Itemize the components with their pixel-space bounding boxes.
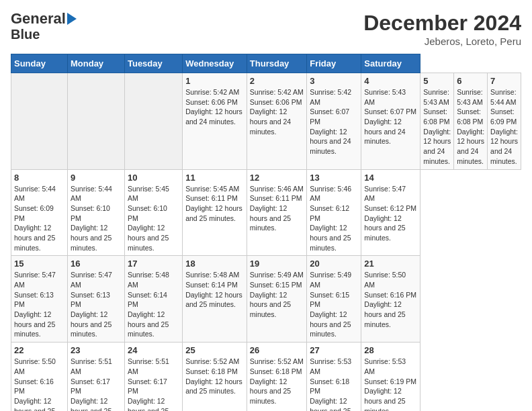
day-info: Sunrise: 5:50 AMSunset: 6:16 PMDaylight:… (14, 357, 56, 411)
calendar-cell: 28 Sunrise: 5:53 AMSunset: 6:19 PMDaylig… (361, 342, 420, 411)
day-number: 25 (185, 345, 244, 355)
calendar-cell: 24 Sunrise: 5:51 AMSunset: 6:17 PMDaylig… (124, 342, 182, 411)
calendar-cell: 26 Sunrise: 5:52 AMSunset: 6:18 PMDaylig… (247, 342, 306, 411)
calendar-cell: 18 Sunrise: 5:48 AMSunset: 6:14 PMDaylig… (183, 256, 247, 342)
day-info: Sunrise: 5:46 AMSunset: 6:11 PMDaylight:… (250, 185, 304, 232)
day-info: Sunrise: 5:47 AMSunset: 6:13 PMDaylight:… (14, 271, 56, 338)
calendar-cell: 12 Sunrise: 5:46 AMSunset: 6:11 PMDaylig… (247, 169, 306, 256)
day-info: Sunrise: 5:51 AMSunset: 6:17 PMDaylight:… (71, 357, 112, 411)
day-info: Sunrise: 5:43 AMSunset: 6:07 PMDaylight:… (364, 88, 416, 145)
day-number: 13 (310, 173, 358, 183)
day-info: Sunrise: 5:44 AMSunset: 6:10 PMDaylight:… (71, 185, 112, 252)
calendar-cell: 4 Sunrise: 5:43 AMSunset: 6:07 PMDayligh… (361, 73, 420, 170)
day-header-friday: Friday (307, 54, 361, 73)
calendar-cell: 7 Sunrise: 5:44 AMSunset: 6:09 PMDayligh… (488, 73, 521, 170)
calendar-cell: 17 Sunrise: 5:48 AMSunset: 6:14 PMDaylig… (124, 256, 182, 342)
day-number: 16 (71, 259, 122, 269)
calendar-week-row: 1 Sunrise: 5:42 AMSunset: 6:06 PMDayligh… (11, 73, 521, 170)
day-info: Sunrise: 5:43 AMSunset: 6:08 PMDaylight:… (457, 88, 484, 165)
day-info: Sunrise: 5:52 AMSunset: 6:18 PMDaylight:… (250, 357, 304, 405)
calendar-cell: 14 Sunrise: 5:47 AMSunset: 6:12 PMDaylig… (361, 169, 420, 256)
day-info: Sunrise: 5:52 AMSunset: 6:18 PMDaylight:… (185, 357, 242, 395)
day-number: 1 (185, 76, 244, 86)
calendar-cell: 25 Sunrise: 5:52 AMSunset: 6:18 PMDaylig… (183, 342, 247, 411)
day-info: Sunrise: 5:49 AMSunset: 6:15 PMDaylight:… (250, 271, 304, 318)
day-header-thursday: Thursday (247, 54, 306, 73)
day-number: 8 (14, 173, 64, 183)
title-area: December 2024 Jeberos, Loreto, Peru (363, 11, 521, 47)
day-number: 19 (250, 259, 304, 269)
day-number: 11 (185, 173, 244, 183)
location-subtitle: Jeberos, Loreto, Peru (363, 36, 521, 47)
day-info: Sunrise: 5:49 AMSunset: 6:15 PMDaylight:… (310, 271, 351, 338)
calendar-cell: 9 Sunrise: 5:44 AMSunset: 6:10 PMDayligh… (67, 169, 124, 256)
logo-arrow-icon (67, 13, 77, 25)
day-number: 18 (185, 259, 244, 269)
day-info: Sunrise: 5:43 AMSunset: 6:08 PMDaylight:… (423, 88, 451, 165)
calendar-cell: 8 Sunrise: 5:44 AMSunset: 6:09 PMDayligh… (11, 169, 68, 256)
calendar-cell: 15 Sunrise: 5:47 AMSunset: 6:13 PMDaylig… (11, 256, 68, 342)
calendar-cell (124, 73, 182, 170)
day-info: Sunrise: 5:45 AMSunset: 6:10 PMDaylight:… (128, 185, 169, 252)
day-number: 20 (310, 259, 358, 269)
day-number: 27 (310, 345, 358, 355)
day-info: Sunrise: 5:42 AMSunset: 6:07 PMDaylight:… (310, 88, 351, 155)
day-info: Sunrise: 5:46 AMSunset: 6:12 PMDaylight:… (310, 185, 351, 252)
day-header-wednesday: Wednesday (183, 54, 247, 73)
calendar-header-row: SundayMondayTuesdayWednesdayThursdayFrid… (11, 54, 521, 73)
day-info: Sunrise: 5:50 AMSunset: 6:16 PMDaylight:… (364, 271, 416, 328)
calendar-cell (67, 73, 124, 170)
day-number: 4 (364, 76, 417, 86)
day-number: 21 (364, 259, 417, 269)
day-info: Sunrise: 5:42 AMSunset: 6:06 PMDaylight:… (185, 88, 242, 126)
calendar-week-row: 22 Sunrise: 5:50 AMSunset: 6:16 PMDaylig… (11, 342, 521, 411)
day-info: Sunrise: 5:48 AMSunset: 6:14 PMDaylight:… (185, 271, 242, 308)
day-number: 3 (310, 76, 358, 86)
day-number: 2 (250, 76, 304, 86)
calendar-cell: 13 Sunrise: 5:46 AMSunset: 6:12 PMDaylig… (307, 169, 361, 256)
day-number: 14 (364, 173, 417, 183)
calendar-table: SundayMondayTuesdayWednesdayThursdayFrid… (11, 54, 521, 411)
logo-text-blue: Blue (11, 27, 40, 42)
logo: General Blue (11, 11, 77, 42)
calendar-week-row: 15 Sunrise: 5:47 AMSunset: 6:13 PMDaylig… (11, 256, 521, 342)
day-number: 26 (250, 345, 304, 355)
day-info: Sunrise: 5:53 AMSunset: 6:19 PMDaylight:… (364, 357, 416, 411)
day-info: Sunrise: 5:51 AMSunset: 6:17 PMDaylight:… (128, 357, 169, 411)
header: General Blue December 2024 Jeberos, Lore… (11, 11, 521, 47)
day-number: 7 (490, 76, 518, 86)
day-number: 22 (14, 345, 64, 355)
day-header-tuesday: Tuesday (124, 54, 182, 73)
day-info: Sunrise: 5:44 AMSunset: 6:09 PMDaylight:… (490, 88, 518, 165)
day-number: 28 (364, 345, 417, 355)
calendar-cell: 22 Sunrise: 5:50 AMSunset: 6:16 PMDaylig… (11, 342, 68, 411)
day-number: 24 (128, 345, 179, 355)
calendar-cell: 11 Sunrise: 5:45 AMSunset: 6:11 PMDaylig… (183, 169, 247, 256)
day-number: 5 (423, 76, 451, 86)
calendar-week-row: 8 Sunrise: 5:44 AMSunset: 6:09 PMDayligh… (11, 169, 521, 256)
day-number: 23 (71, 345, 122, 355)
calendar-cell: 2 Sunrise: 5:42 AMSunset: 6:06 PMDayligh… (247, 73, 306, 170)
calendar-cell: 16 Sunrise: 5:47 AMSunset: 6:13 PMDaylig… (67, 256, 124, 342)
day-info: Sunrise: 5:48 AMSunset: 6:14 PMDaylight:… (128, 271, 169, 338)
day-header-saturday: Saturday (361, 54, 420, 73)
day-number: 15 (14, 259, 64, 269)
day-info: Sunrise: 5:44 AMSunset: 6:09 PMDaylight:… (14, 185, 56, 252)
calendar-cell: 5 Sunrise: 5:43 AMSunset: 6:08 PMDayligh… (420, 73, 454, 170)
calendar-cell: 27 Sunrise: 5:53 AMSunset: 6:18 PMDaylig… (307, 342, 361, 411)
day-number: 12 (250, 173, 304, 183)
month-year-title: December 2024 (363, 11, 521, 36)
calendar-cell: 21 Sunrise: 5:50 AMSunset: 6:16 PMDaylig… (361, 256, 420, 342)
day-number: 10 (128, 173, 179, 183)
day-info: Sunrise: 5:45 AMSunset: 6:11 PMDaylight:… (185, 185, 242, 222)
calendar-cell: 23 Sunrise: 5:51 AMSunset: 6:17 PMDaylig… (67, 342, 124, 411)
day-info: Sunrise: 5:47 AMSunset: 6:12 PMDaylight:… (364, 185, 416, 242)
calendar-cell: 1 Sunrise: 5:42 AMSunset: 6:06 PMDayligh… (183, 73, 247, 170)
calendar-cell (11, 73, 68, 170)
calendar-cell: 10 Sunrise: 5:45 AMSunset: 6:10 PMDaylig… (124, 169, 182, 256)
day-header-monday: Monday (67, 54, 124, 73)
day-number: 9 (71, 173, 122, 183)
calendar-cell: 19 Sunrise: 5:49 AMSunset: 6:15 PMDaylig… (247, 256, 306, 342)
day-info: Sunrise: 5:42 AMSunset: 6:06 PMDaylight:… (250, 88, 304, 136)
day-number: 6 (457, 76, 484, 86)
